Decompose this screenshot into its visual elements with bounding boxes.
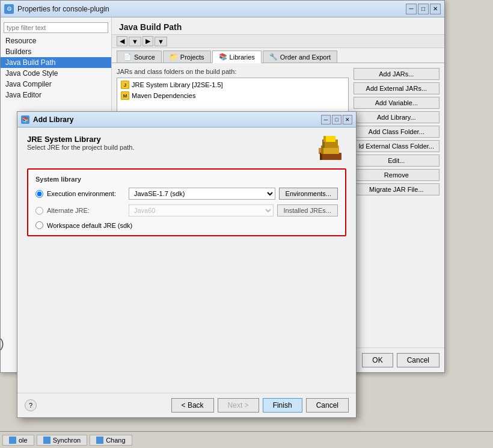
maximize-button[interactable]: □: [418, 4, 429, 14]
order-export-tab-icon: 🔧: [269, 53, 278, 61]
jar-item-maven[interactable]: M Maven Dependencies: [118, 90, 347, 101]
window-icon: ⚙: [4, 4, 14, 14]
left-bracket-text: ): [0, 337, 4, 351]
filter-input[interactable]: [4, 22, 108, 33]
jars-label: JARs and class folders on the build path…: [117, 68, 349, 75]
finish-button[interactable]: Finish: [263, 398, 302, 413]
dialog-title-bar: 📚 Add Library ─ □ ✕: [17, 112, 356, 127]
sidebar-item-resource[interactable]: Resource: [1, 35, 111, 46]
tab-projects[interactable]: 📁 Projects: [163, 51, 211, 63]
tab-order-export[interactable]: 🔧 Order and Export: [263, 51, 337, 63]
dialog-minimize-button[interactable]: ─: [321, 115, 331, 124]
action-buttons-panel: Add JARs... Add External JARs... Add Var…: [354, 68, 439, 343]
dropdown-nav-button2[interactable]: ▼: [155, 37, 167, 46]
cancel-button[interactable]: Cancel: [397, 353, 439, 367]
alternate-jre-dropdown[interactable]: Java60: [129, 204, 274, 216]
console-tab-label: ole: [19, 437, 28, 444]
projects-tab-icon: 📁: [170, 53, 178, 61]
dialog-cancel-button[interactable]: Cancel: [306, 398, 349, 413]
changes-tab-label: Chang: [106, 437, 125, 444]
dialog-icon: 📚: [21, 115, 29, 124]
dialog-heading: JRE System Library: [27, 135, 135, 144]
alternate-jre-radio[interactable]: [35, 207, 43, 215]
changes-tab[interactable]: Chang: [90, 435, 132, 446]
dialog-subtitle: Select JRE for the project build path.: [27, 144, 135, 151]
tab-bar: 📄 Source 📁 Projects 📚 Libraries 🔧 Order …: [112, 48, 444, 63]
execution-env-row: Execution environment: JavaSE-1.7 (sdk)J…: [35, 188, 338, 200]
tab-source-label: Source: [134, 54, 155, 61]
system-lib-label: System library: [35, 176, 338, 183]
add-external-jars-button[interactable]: Add External JARs...: [354, 82, 439, 94]
minimize-button[interactable]: ─: [406, 4, 417, 14]
source-tab-icon: 📄: [123, 53, 132, 61]
tab-projects-label: Projects: [180, 54, 204, 61]
installed-jres-button[interactable]: Installed JREs...: [277, 204, 338, 216]
svg-rect-8: [323, 136, 326, 142]
ok-button[interactable]: OK: [362, 353, 393, 367]
execution-env-radio[interactable]: [35, 190, 43, 198]
synchronize-icon: [43, 437, 51, 444]
add-jars-button[interactable]: Add JARs...: [354, 68, 439, 80]
alternate-jre-label: Alternate JRE:: [47, 207, 125, 214]
console-tab[interactable]: ole: [2, 435, 34, 446]
add-library-button[interactable]: Add Library...: [354, 111, 439, 123]
dialog-close-button[interactable]: ✕: [343, 115, 352, 124]
window-title: Properties for console-plugin: [17, 5, 109, 13]
tab-libraries-label: Libraries: [230, 54, 255, 61]
sidebar-item-java-compiler[interactable]: Java Compiler: [1, 79, 111, 90]
jar-label-jre: JRE System Library [J2SE-1.5]: [132, 81, 223, 88]
migrate-jar-button[interactable]: Migrate JAR File...: [354, 183, 439, 195]
close-button[interactable]: ✕: [430, 4, 441, 14]
title-bar: ⚙ Properties for console-plugin ─ □ ✕: [1, 1, 444, 17]
add-external-class-folder-button[interactable]: ld External Class Folder...: [354, 140, 439, 152]
sidebar-item-java-editor[interactable]: Java Editor: [1, 90, 111, 100]
tab-order-export-label: Order and Export: [280, 54, 331, 61]
books-illustration: [315, 135, 346, 162]
status-bar: ole Synchron Chang: [0, 431, 493, 448]
jar-label-maven: Maven Dependencies: [132, 92, 195, 99]
jar-icon-jre: J: [121, 81, 129, 89]
alternate-jre-row: Alternate JRE: Java60 Installed JREs...: [35, 204, 338, 216]
add-class-folder-button[interactable]: Add Class Folder...: [354, 126, 439, 138]
console-icon: [9, 437, 16, 444]
tab-libraries[interactable]: 📚 Libraries: [212, 51, 262, 63]
workspace-default-radio[interactable]: [35, 221, 43, 229]
synchronize-tab[interactable]: Synchron: [37, 435, 87, 446]
system-library-box: System library Execution environment: Ja…: [27, 168, 346, 236]
dialog-footer: ? < Back Next > Finish Cancel: [17, 393, 356, 417]
dialog-maximize-button[interactable]: □: [332, 115, 341, 124]
help-button[interactable]: ?: [25, 399, 37, 411]
dialog-title: Add Library: [33, 115, 73, 124]
right-panel-title: Java Build Path: [112, 17, 444, 35]
sidebar-item-java-build-path[interactable]: Java Build Path: [1, 57, 111, 68]
sidebar-item-java-code-style[interactable]: Java Code Style: [1, 68, 111, 79]
nav-bar: ◀ ▼ ▶ ▼: [112, 35, 444, 48]
add-library-dialog: 📚 Add Library ─ □ ✕ JRE System Library S…: [17, 111, 357, 418]
changes-icon: [96, 437, 103, 444]
workspace-default-label: Workspace default JRE (sdk): [47, 222, 132, 229]
dropdown-nav-button[interactable]: ▼: [129, 37, 141, 46]
dialog-body: JRE System Library Select JRE for the pr…: [17, 127, 356, 393]
forward-nav-button[interactable]: ▶: [142, 36, 153, 46]
execution-env-dropdown[interactable]: JavaSE-1.7 (sdk)JavaSE-1.6 (sdk)J2SE-1.5: [129, 188, 275, 200]
jar-icon-maven: M: [121, 91, 129, 100]
libraries-tab-icon: 📚: [219, 53, 227, 61]
workspace-default-row: Workspace default JRE (sdk): [35, 221, 338, 229]
edit-button[interactable]: Edit...: [354, 155, 439, 167]
synchronize-tab-label: Synchron: [53, 437, 81, 444]
execution-env-label: Execution environment:: [47, 190, 125, 197]
sidebar-item-builders[interactable]: Builders: [1, 46, 111, 57]
add-variable-button[interactable]: Add Variable...: [354, 97, 439, 109]
back-button[interactable]: < Back: [171, 398, 214, 413]
environments-button[interactable]: Environments...: [279, 188, 338, 200]
next-button[interactable]: Next >: [218, 398, 259, 413]
back-nav-button[interactable]: ◀: [117, 36, 127, 46]
remove-button[interactable]: Remove: [354, 169, 439, 181]
jar-item-jre[interactable]: J JRE System Library [J2SE-1.5]: [118, 79, 347, 90]
tab-source[interactable]: 📄 Source: [117, 51, 162, 63]
